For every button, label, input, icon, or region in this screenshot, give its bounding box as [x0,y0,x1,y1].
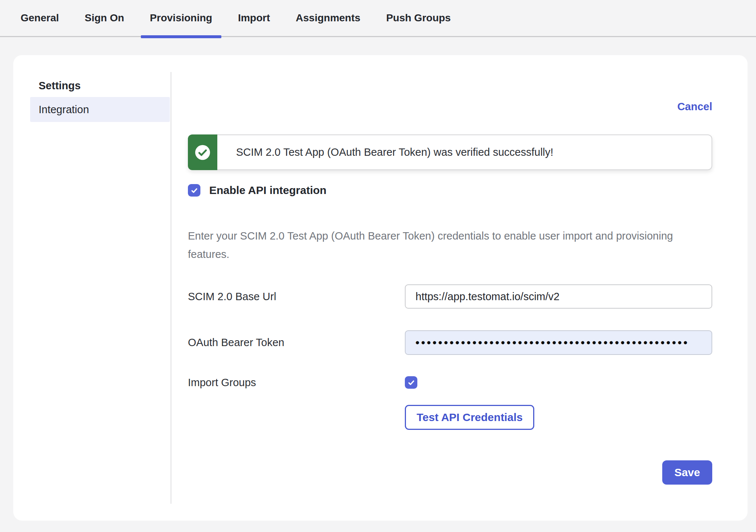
tab-assignments[interactable]: Assignments [286,0,370,36]
tab-general[interactable]: General [11,0,68,36]
base-url-label: SCIM 2.0 Base Url [188,291,405,303]
cancel-link[interactable]: Cancel [677,101,712,112]
checkmark-icon [190,186,199,195]
save-button[interactable]: Save [662,460,712,485]
check-circle-icon [195,144,211,161]
tab-push-groups[interactable]: Push Groups [377,0,460,36]
token-input[interactable] [405,330,712,355]
save-row: Save [188,460,712,485]
sidebar-divider [171,72,171,504]
integration-settings-panel: Cancel SCIM 2.0 Test App (OAuth Bearer T… [171,55,748,521]
cancel-row: Cancel [188,101,712,114]
success-alert: SCIM 2.0 Test App (OAuth Bearer Token) w… [188,134,712,170]
sidebar-heading: Settings [39,79,171,92]
settings-sidebar: Settings Integration [13,55,171,521]
sidebar-item-label: Integration [39,104,89,116]
enable-api-row: Enable API integration [188,184,712,197]
test-api-credentials-button[interactable]: Test API Credentials [405,405,534,430]
test-credentials-row: Test API Credentials [188,405,712,430]
success-alert-accent [188,134,217,170]
import-groups-row: Import Groups [188,376,712,389]
tab-import[interactable]: Import [229,0,279,36]
success-alert-message: SCIM 2.0 Test App (OAuth Bearer Token) w… [217,134,712,170]
sidebar-item-integration[interactable]: Integration [30,97,170,122]
token-label: OAuth Bearer Token [188,337,405,349]
import-groups-checkbox[interactable] [405,376,417,389]
enable-api-checkbox[interactable] [188,184,200,197]
base-url-input[interactable] [405,284,712,309]
tab-provisioning[interactable]: Provisioning [141,0,222,36]
import-groups-label: Import Groups [188,377,405,389]
token-row: OAuth Bearer Token [188,330,712,355]
provisioning-settings-card: Settings Integration Cancel SCIM 2.0 Tes… [13,55,748,521]
base-url-row: SCIM 2.0 Base Url [188,284,712,309]
enable-api-label: Enable API integration [209,184,327,197]
checkmark-icon [407,378,416,387]
credentials-description: Enter your SCIM 2.0 Test App (OAuth Bear… [188,227,712,263]
tab-sign-on[interactable]: Sign On [75,0,133,36]
app-tab-bar: General Sign On Provisioning Import Assi… [0,0,756,37]
